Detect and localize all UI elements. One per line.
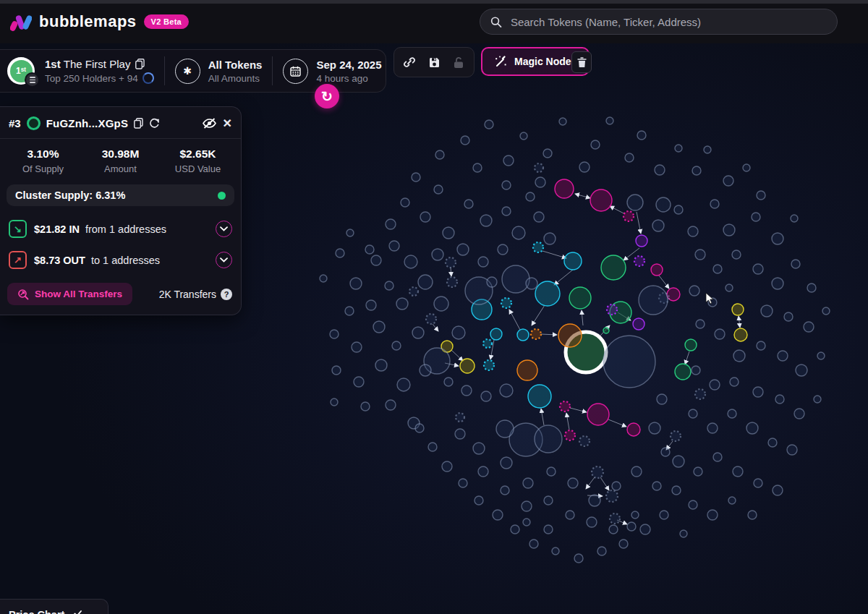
wallet-bubble[interactable] [442,461,452,472]
wallet-bubble[interactable] [757,191,765,200]
wallet-bubble[interactable] [418,275,433,289]
wallet-bubble[interactable] [332,366,341,375]
date-filter[interactable]: Sep 24, 2025 4 hours ago [283,59,381,84]
wallet-bubble[interactable] [757,341,765,350]
wallet-bubble[interactable] [775,395,784,404]
wallet-bubble[interactable] [649,422,660,434]
wallet-bubble[interactable] [606,490,618,502]
wallet-bubble[interactable] [704,146,711,153]
wallet-bubble[interactable] [607,304,617,315]
wallet-bubble[interactable] [481,391,491,401]
wallet-bubble[interactable] [409,287,418,296]
wallet-bubble[interactable] [564,252,582,270]
open-explorer-button[interactable] [149,118,160,129]
wallet-bubble[interactable] [778,351,788,361]
close-panel-button[interactable]: ✕ [223,116,232,130]
wallet-bubble[interactable] [692,366,700,375]
wallet-bubble[interactable] [636,235,647,247]
wallet-bubble[interactable] [773,485,783,495]
share-link-button[interactable] [400,53,419,72]
wallet-bubble[interactable] [733,466,743,477]
wallet-bubble[interactable] [753,264,763,274]
wallet-bubble[interactable] [490,328,502,340]
wallet-bubble[interactable] [345,307,354,315]
wallet-bubble[interactable] [624,211,634,221]
wallet-bubble[interactable] [791,215,798,222]
wallet-bubble[interactable] [723,224,735,236]
wallet-bubble[interactable] [464,200,473,208]
wallet-bubble[interactable] [330,330,339,338]
save-button[interactable] [425,53,443,72]
wallet-bubble[interactable] [592,466,603,478]
wallet-bubble[interactable] [685,339,697,351]
wallet-bubble[interactable] [565,430,575,440]
wallet-bubble[interactable] [796,364,807,376]
wallet-bubble[interactable] [346,229,354,236]
wallet-bubble[interactable] [354,377,364,387]
wallet-bubble[interactable] [543,149,552,158]
wallet-bubble[interactable] [723,176,733,186]
wallet-bubble[interactable] [680,530,687,537]
token-selector[interactable]: 1st The First Play Top 250 Holders + 94 [45,58,154,84]
wallet-bubble[interactable] [625,153,634,162]
wallet-bubble[interactable] [671,431,681,441]
wallet-bubble[interactable] [560,401,570,412]
wallet-bubble[interactable] [475,496,483,505]
search-input[interactable] [509,15,827,29]
wallet-bubble[interactable] [692,166,701,175]
wallet-bubble[interactable] [569,287,591,309]
wallet-bubble[interactable] [502,265,529,293]
wallet-bubble[interactable] [631,466,642,477]
wallet-bubble[interactable] [375,359,387,371]
wallet-bubble[interactable] [496,420,514,438]
wallet-bubble[interactable] [473,163,482,172]
wallet-bubble[interactable] [652,482,661,490]
wallet-bubble[interactable] [461,385,472,396]
wallet-bubble[interactable] [483,339,492,348]
wallet-bubble[interactable] [493,510,503,520]
wallet-bubble[interactable] [655,165,665,175]
wallet-bubble[interactable] [392,341,401,350]
show-all-transfers-button[interactable]: Show All Transfers [7,283,132,305]
wallet-bubble[interactable] [651,264,663,276]
wallet-bubble[interactable] [696,320,705,328]
wallet-bubble[interactable] [501,457,512,469]
wallet-bubble[interactable] [460,359,475,373]
wallet-bubble[interactable] [589,495,600,506]
wallet-bubble[interactable] [675,364,691,380]
wallet-bubble[interactable] [331,398,338,406]
wallet-bubble[interactable] [320,275,327,282]
wallet-bubble[interactable] [535,281,560,306]
wallet-bubble[interactable] [754,479,762,487]
wallet-bubble[interactable] [689,409,697,418]
wallet-bubble[interactable] [660,511,668,519]
wallet-bubble[interactable] [435,150,444,159]
wallet-bubble[interactable] [523,478,533,488]
refresh-button[interactable]: ↻ [315,84,339,108]
wallet-bubble[interactable] [656,197,671,212]
wallet-bubble[interactable] [752,213,760,221]
wallet-bubble[interactable] [787,445,797,455]
wallet-bubble[interactable] [558,324,582,347]
wallet-bubble[interactable] [817,352,825,359]
wallet-bubble[interactable] [484,360,494,370]
wallet-bubble[interactable] [386,219,396,229]
wallet-bubble[interactable] [601,255,626,280]
wallet-bubble[interactable] [498,244,508,255]
wallet-bubble[interactable] [529,540,538,548]
wallet-bubble[interactable] [674,205,683,214]
wallet-bubble[interactable] [726,284,733,291]
lock-button[interactable] [449,53,468,72]
wallet-bubble[interactable] [535,177,545,187]
wallet-bubble[interactable] [544,496,553,505]
wallet-bubble[interactable] [447,277,457,287]
wallet-bubble[interactable] [579,162,590,172]
wallet-bubble[interactable] [526,278,537,289]
wallet-bubble[interactable] [473,443,485,454]
wallet-bubble[interactable] [603,328,609,333]
wallet-bubble[interactable] [761,305,773,317]
wallet-bubble[interactable] [434,297,448,311]
wallet-bubble[interactable] [389,241,399,251]
wallet-bubble[interactable] [587,517,597,527]
wallet-bubble[interactable] [512,226,525,239]
